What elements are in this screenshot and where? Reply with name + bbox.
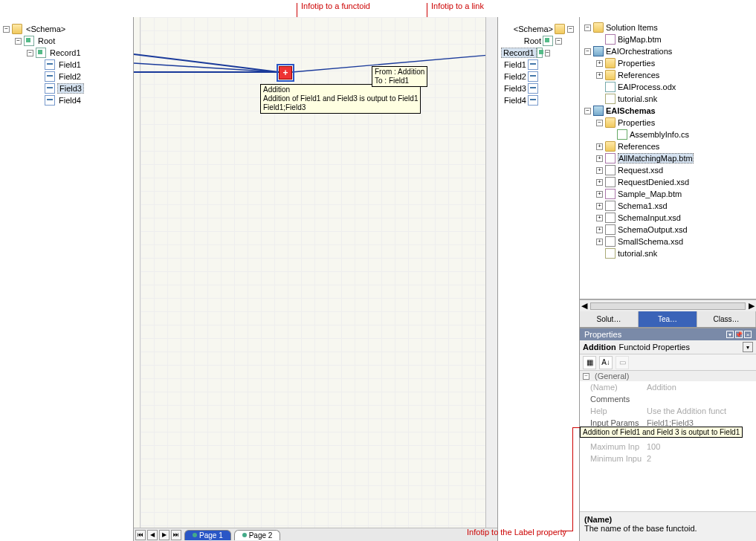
- tree-node-field1[interactable]: Field1: [0, 59, 133, 71]
- collapse-icon[interactable]: −: [583, 373, 589, 380]
- collapse-icon[interactable]: −: [27, 50, 33, 56]
- solution-item[interactable]: +Sample_Map.btm: [580, 188, 756, 200]
- collapse-icon[interactable]: −: [584, 48, 591, 55]
- tree-node-schema[interactable]: <Schema> −: [498, 23, 579, 35]
- label-property-infotip: Addition of Field1 and Field 3 is output…: [580, 427, 743, 438]
- horizontal-scrollbar[interactable]: ◀ ▶: [580, 299, 756, 311]
- solution-item[interactable]: +SchemaInput.xsd: [580, 212, 756, 224]
- btm-icon: [605, 153, 616, 163]
- tree-node-record[interactable]: Record1 −: [498, 47, 579, 59]
- scroll-right-icon[interactable]: ▶: [749, 301, 755, 311]
- expand-icon[interactable]: +: [596, 227, 603, 233]
- desc-text: The name of the base functoid.: [584, 524, 697, 533]
- tab-solution-explorer[interactable]: Solut…: [580, 311, 639, 327]
- alphabetical-icon[interactable]: A↓: [599, 356, 613, 369]
- tree-node-root[interactable]: Root −: [498, 35, 579, 47]
- scroll-left-icon[interactable]: ◀: [581, 301, 587, 311]
- xsd-icon: [605, 177, 616, 187]
- properties-object-selector[interactable]: Addition Functoid Properties ▾: [580, 340, 756, 354]
- solution-item[interactable]: AssemblyInfo.cs: [580, 129, 756, 140]
- dropdown-icon[interactable]: ▾: [726, 331, 734, 338]
- tree-node-field3[interactable]: Field3: [0, 82, 133, 94]
- expand-icon[interactable]: +: [596, 167, 603, 174]
- expand-icon[interactable]: +: [596, 215, 603, 221]
- solution-item[interactable]: +Request.xsd: [580, 164, 756, 176]
- collapse-icon[interactable]: −: [3, 26, 10, 33]
- solution-item[interactable]: −Solution Items: [580, 22, 756, 33]
- scroll-thumb[interactable]: [590, 302, 746, 310]
- solution-item[interactable]: +SmallSchema.xsd: [580, 236, 756, 247]
- tree-node-field2[interactable]: Field2: [498, 71, 579, 82]
- collapse-icon[interactable]: −: [15, 38, 22, 45]
- close-icon[interactable]: ×: [744, 331, 752, 338]
- nav-first-icon[interactable]: ⏮: [135, 530, 146, 540]
- solution-item[interactable]: +Properties: [580, 57, 756, 69]
- tree-node-field2[interactable]: Field2: [0, 71, 133, 82]
- property-value[interactable]: 2: [647, 454, 756, 463]
- tree-node-field4[interactable]: Field4: [0, 94, 133, 106]
- collapse-icon[interactable]: −: [555, 38, 562, 45]
- collapse-icon[interactable]: −: [596, 120, 603, 126]
- solution-item[interactable]: tutorial.snk: [580, 93, 756, 105]
- addition-functoid[interactable]: +: [279, 66, 292, 80]
- solution-item[interactable]: +RequestDenied.xsd: [580, 176, 756, 188]
- pin-icon[interactable]: 📌: [735, 331, 743, 338]
- expand-icon[interactable]: +: [596, 203, 603, 210]
- solution-item[interactable]: BigMap.btm: [580, 33, 756, 45]
- tree-node-field3[interactable]: Field3: [498, 82, 579, 94]
- tree-node-root[interactable]: − Root: [0, 35, 133, 47]
- expand-icon[interactable]: +: [596, 239, 603, 245]
- property-row[interactable]: Comments: [580, 393, 756, 405]
- expand-icon[interactable]: +: [596, 143, 603, 150]
- property-row[interactable]: (Name)Addition: [580, 381, 756, 393]
- collapse-icon[interactable]: −: [584, 25, 591, 31]
- solution-item[interactable]: EAIProcess.odx: [580, 81, 756, 93]
- folder-icon: [605, 58, 616, 68]
- solution-item[interactable]: +AllMatchingMap.btm: [580, 152, 756, 164]
- property-row[interactable]: Minimum Inpu2: [580, 453, 756, 464]
- solution-item[interactable]: −Properties: [580, 117, 756, 129]
- tree-node-field4[interactable]: Field4: [498, 94, 579, 106]
- nav-prev-icon[interactable]: ◀: [147, 530, 158, 540]
- collapse-icon[interactable]: −: [584, 108, 591, 114]
- nav-last-icon[interactable]: ⏭: [171, 530, 181, 540]
- tab-class-view[interactable]: Class…: [697, 311, 756, 327]
- solution-item[interactable]: +References: [580, 69, 756, 81]
- property-value[interactable]: Addition: [647, 383, 756, 392]
- properties-description: (Name) The name of the base functoid.: [580, 511, 756, 541]
- expand-icon[interactable]: +: [596, 60, 603, 67]
- solution-item[interactable]: −EAIOrchestrations: [580, 45, 756, 57]
- property-row[interactable]: Maximum Inp100: [580, 441, 756, 453]
- nav-next-icon[interactable]: ▶: [159, 530, 169, 540]
- expand-icon[interactable]: +: [596, 191, 603, 198]
- category-general[interactable]: − (General): [580, 371, 756, 381]
- chevron-down-icon[interactable]: ▾: [743, 342, 753, 352]
- property-row[interactable]: HelpUse the Addition funct: [580, 405, 756, 417]
- expand-icon[interactable]: +: [596, 155, 603, 162]
- expand-icon[interactable]: +: [596, 179, 603, 186]
- tree-node-schema[interactable]: − <Schema>: [0, 23, 133, 35]
- page-tab-2[interactable]: Page 2: [234, 530, 281, 540]
- solution-item[interactable]: +SchemaOutput.xsd: [580, 224, 756, 236]
- solution-item[interactable]: −EAISchemas: [580, 105, 756, 117]
- categorized-icon[interactable]: ▦: [583, 356, 596, 369]
- xsd-icon: [605, 224, 616, 235]
- tree-node-field1[interactable]: Field1: [498, 59, 579, 71]
- property-value[interactable]: 100: [647, 442, 756, 451]
- vertical-scrollbar[interactable]: [485, 17, 497, 528]
- expand-icon[interactable]: +: [596, 72, 603, 79]
- collapse-icon[interactable]: −: [545, 50, 550, 56]
- solution-item[interactable]: +References: [580, 140, 756, 152]
- mapper-canvas[interactable]: + Addition Addition of Field1 and Field3…: [134, 17, 498, 541]
- field-icon: [528, 59, 538, 70]
- page-tab-1[interactable]: Page 1: [184, 530, 231, 540]
- solution-item[interactable]: tutorial.snk: [580, 247, 756, 259]
- tab-team-explorer[interactable]: Tea…: [639, 311, 697, 327]
- field-icon: [528, 95, 538, 106]
- folder-icon: [605, 117, 616, 128]
- collapse-icon[interactable]: −: [567, 26, 574, 33]
- property-value[interactable]: Use the Addition funct: [647, 406, 756, 415]
- tree-node-record[interactable]: − Record1: [0, 47, 133, 59]
- solution-item-label: EAISchemas: [606, 106, 656, 115]
- solution-item[interactable]: +Schema1.xsd: [580, 200, 756, 212]
